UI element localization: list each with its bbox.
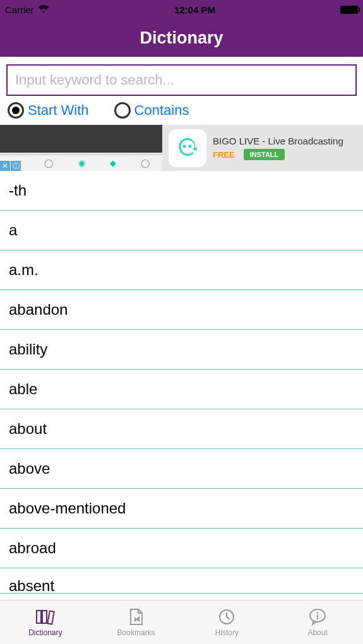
word-text: ability [9, 341, 47, 358]
list-item[interactable]: abandon [0, 290, 363, 330]
word-text: abandon [9, 301, 68, 319]
tab-about[interactable]: About [272, 600, 363, 644]
ad-text: BIGO LIVE - Live Broadcasting FREE INSTA… [213, 136, 363, 160]
word-list[interactable]: -th a a.m. abandon ability able about ab… [0, 171, 363, 594]
list-item[interactable]: ability [0, 330, 363, 370]
radio-circle-icon [114, 102, 131, 119]
list-item[interactable]: a.m. [0, 250, 363, 290]
radio-label: Contains [134, 102, 189, 119]
filter-options: Start With Contains [0, 102, 363, 125]
ad-title: BIGO LIVE - Live Broadcasting [213, 136, 363, 146]
svg-point-7 [317, 612, 319, 614]
ad-thumb-controls: ▭◯◉◆◯ [0, 155, 162, 171]
books-icon [35, 607, 56, 626]
svg-rect-3 [42, 611, 47, 623]
tab-label: Dictionary [28, 628, 62, 637]
ad-thumbnail: ▭◯◉◆◯ ✕ ⓘ [0, 125, 162, 171]
status-left: Carrier [5, 4, 49, 15]
carrier-label: Carrier [5, 4, 34, 15]
radio-start-with[interactable]: Start With [8, 102, 89, 119]
app-header: Dictionary [0, 19, 363, 57]
word-text: absent [9, 577, 54, 594]
word-text: abroad [9, 539, 56, 557]
word-text: a.m. [9, 261, 39, 279]
svg-point-1 [189, 144, 192, 148]
ad-price: FREE [213, 150, 235, 160]
status-right [340, 6, 358, 14]
ad-app-icon [169, 129, 206, 167]
ad-install-button[interactable]: INSTALL [244, 149, 285, 160]
clock-icon [218, 607, 235, 626]
word-text: a [9, 221, 17, 239]
status-bar: Carrier 12:04 PM [0, 0, 363, 19]
word-text: able [9, 380, 37, 398]
tab-dictionary[interactable]: Dictionary [0, 600, 91, 644]
wifi-icon [38, 4, 49, 15]
word-text: above-mentioned [9, 500, 126, 517]
tab-bookmarks[interactable]: Bookmarks [91, 600, 182, 644]
info-bubble-icon [308, 607, 327, 626]
status-time: 12:04 PM [174, 4, 215, 15]
list-item[interactable]: able [0, 370, 363, 409]
tab-label: About [307, 628, 327, 637]
svg-rect-2 [37, 611, 41, 623]
svg-rect-8 [317, 615, 318, 619]
svg-point-0 [183, 144, 186, 148]
radio-contains[interactable]: Contains [114, 102, 189, 119]
tab-label: History [215, 628, 239, 637]
tab-label: Bookmarks [117, 628, 155, 637]
tab-bar: Dictionary Bookmarks History About [0, 600, 363, 644]
list-item[interactable]: above-mentioned [0, 489, 363, 529]
search-container [0, 57, 363, 102]
list-item[interactable]: abroad [0, 529, 363, 568]
ad-banner[interactable]: ▭◯◉◆◯ ✕ ⓘ BIGO LIVE - Live Broadcasting … [0, 125, 363, 171]
list-item[interactable]: above [0, 449, 363, 489]
svg-rect-4 [47, 611, 54, 624]
list-item[interactable]: absent [0, 568, 363, 594]
word-text: about [9, 420, 47, 438]
search-input[interactable] [6, 64, 357, 96]
bookmark-file-icon [129, 607, 144, 626]
list-item[interactable]: a [0, 211, 363, 250]
radio-label: Start With [28, 102, 89, 119]
battery-icon [340, 6, 358, 14]
page-title: Dictionary [140, 28, 223, 48]
radio-circle-icon [8, 102, 24, 119]
ad-close-icon[interactable]: ✕ [0, 161, 10, 171]
list-item[interactable]: -th [0, 171, 363, 211]
tab-history[interactable]: History [182, 600, 273, 644]
ad-info-icon[interactable]: ⓘ [11, 161, 21, 171]
word-text: -th [9, 182, 27, 199]
list-item[interactable]: about [0, 409, 363, 449]
word-text: above [9, 460, 50, 477]
